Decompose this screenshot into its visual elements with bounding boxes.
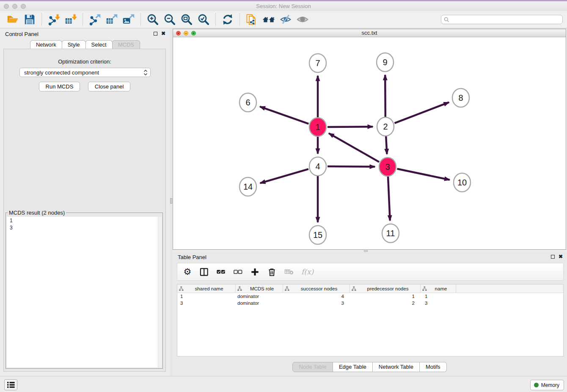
search-input[interactable]: [451, 17, 560, 22]
columns-icon[interactable]: [199, 267, 209, 277]
zoom-out-button[interactable]: [162, 12, 177, 27]
column-header-shared-name[interactable]: shared name: [177, 284, 236, 293]
open-network-file-button[interactable]: [245, 12, 259, 27]
show-all-button[interactable]: [295, 12, 310, 27]
edge-4-14[interactable]: [260, 169, 308, 183]
save-session-button[interactable]: [22, 12, 37, 27]
tab-style[interactable]: Style: [62, 40, 86, 50]
edge-2-3[interactable]: [386, 136, 387, 154]
tab-motifs[interactable]: Motifs: [419, 362, 447, 372]
close-table-panel-icon[interactable]: ✖: [559, 254, 563, 259]
node-10[interactable]: 10: [454, 173, 471, 192]
close-network-button[interactable]: ×: [176, 31, 181, 36]
first-neighbors-button[interactable]: [261, 12, 276, 27]
divider-grip[interactable]: [170, 198, 172, 204]
result-scrollbar[interactable]: [158, 217, 162, 367]
tab-edge-table[interactable]: Edge Table: [333, 362, 373, 372]
task-history-button[interactable]: [4, 379, 17, 390]
float-panel-icon[interactable]: [154, 32, 157, 36]
column-label: shared name: [184, 286, 234, 291]
table-row[interactable]: 1dominator411: [177, 293, 563, 300]
zoom-in-button[interactable]: [146, 12, 160, 27]
deselect-all-icon[interactable]: [233, 267, 243, 277]
tab-select[interactable]: Select: [85, 40, 113, 50]
export-table-button[interactable]: [105, 12, 119, 27]
node-3[interactable]: 3: [379, 157, 396, 176]
mcds-result-text[interactable]: 13: [7, 217, 162, 367]
add-row-icon[interactable]: [250, 267, 260, 277]
node-11[interactable]: 11: [382, 224, 399, 243]
edge-1-6[interactable]: [260, 107, 308, 124]
edge-2-9[interactable]: [385, 75, 385, 117]
node-14[interactable]: 14: [239, 177, 256, 196]
close-panel-icon[interactable]: ✖: [161, 31, 165, 36]
import-network-button[interactable]: [47, 12, 61, 27]
run-mcds-button[interactable]: Run MCDS: [39, 82, 80, 91]
divider-grip-horizontal[interactable]: [364, 250, 368, 252]
close-panel-button[interactable]: Close panel: [88, 82, 131, 91]
hide-selected-button[interactable]: [278, 12, 293, 27]
table-cell[interactable]: 3: [421, 300, 456, 306]
node-6[interactable]: 6: [239, 93, 256, 112]
minimize-network-button[interactable]: −: [184, 31, 188, 36]
network-canvas[interactable]: 1234678910111415: [173, 38, 566, 249]
edge-3-1[interactable]: [329, 133, 379, 162]
network-graph[interactable]: 1234678910111415: [173, 38, 566, 250]
zoom-selected-button[interactable]: [196, 12, 211, 27]
export-network-button[interactable]: [88, 12, 102, 27]
table-cell[interactable]: 3: [283, 300, 350, 306]
edge-1-2[interactable]: [328, 127, 373, 127]
node-9[interactable]: 9: [377, 53, 394, 72]
node-table[interactable]: shared nameMCDS rolesuccessor nodesprede…: [177, 284, 564, 356]
panel-split-divider[interactable]: [170, 29, 173, 376]
tab-network[interactable]: Network: [30, 40, 62, 50]
float-table-panel-icon[interactable]: [551, 255, 555, 259]
criterion-select[interactable]: strongly connected component: [19, 68, 151, 77]
tab-network-table[interactable]: Network Table: [372, 362, 420, 372]
select-all-icon[interactable]: [216, 267, 226, 277]
edge-4-3[interactable]: [328, 166, 375, 167]
tab-node-table[interactable]: Node Table: [292, 362, 333, 372]
node-label: 3: [385, 162, 390, 171]
maximize-network-button[interactable]: +: [191, 31, 196, 36]
table-cell[interactable]: 2: [350, 300, 421, 306]
close-window-button[interactable]: [4, 4, 9, 9]
node-8[interactable]: 8: [452, 88, 469, 107]
search-box[interactable]: [441, 15, 563, 24]
control-panel-tabs: NetworkStyleSelectMCDS: [0, 40, 170, 49]
column-type-icon: [285, 286, 289, 291]
minimize-window-button[interactable]: [12, 4, 17, 9]
table-cell[interactable]: 4: [283, 293, 350, 300]
node-7[interactable]: 7: [309, 54, 326, 72]
table-cell[interactable]: 1: [421, 293, 456, 300]
fit-content-button[interactable]: [179, 12, 194, 27]
table-cell[interactable]: 3: [177, 300, 236, 306]
import-table-button[interactable]: [63, 12, 78, 27]
column-header-predecessor-nodes[interactable]: predecessor nodes: [350, 284, 421, 293]
network-window-titlebar[interactable]: × − + scc.txt: [173, 29, 566, 37]
export-image-button[interactable]: [121, 12, 136, 27]
node-4[interactable]: 4: [309, 157, 326, 176]
zoom-out-icon: [163, 13, 176, 26]
node-1[interactable]: 1: [309, 118, 326, 136]
memory-button[interactable]: Memory: [530, 380, 564, 390]
node-2[interactable]: 2: [377, 117, 394, 136]
refresh-view-button[interactable]: [220, 12, 235, 27]
edge-2-8[interactable]: [395, 102, 449, 123]
delete-row-icon[interactable]: [267, 267, 277, 277]
zoom-window-button[interactable]: [21, 4, 26, 9]
table-row[interactable]: 3dominator323: [177, 300, 563, 306]
node-15[interactable]: 15: [309, 226, 326, 244]
column-header-successor-nodes[interactable]: successor nodes: [283, 284, 350, 293]
column-header-MCDS-role[interactable]: MCDS role: [236, 284, 283, 293]
edge-3-11[interactable]: [388, 177, 390, 221]
table-cell[interactable]: 1: [350, 293, 421, 300]
tab-mcds[interactable]: MCDS: [112, 40, 140, 50]
column-header-name[interactable]: name: [421, 284, 456, 293]
table-cell[interactable]: dominator: [236, 300, 283, 306]
table-cell[interactable]: 1: [177, 293, 236, 300]
settings-icon[interactable]: ⚙: [183, 267, 192, 277]
open-session-button[interactable]: [6, 12, 20, 27]
table-cell[interactable]: dominator: [236, 293, 283, 300]
edge-3-10[interactable]: [397, 169, 450, 180]
